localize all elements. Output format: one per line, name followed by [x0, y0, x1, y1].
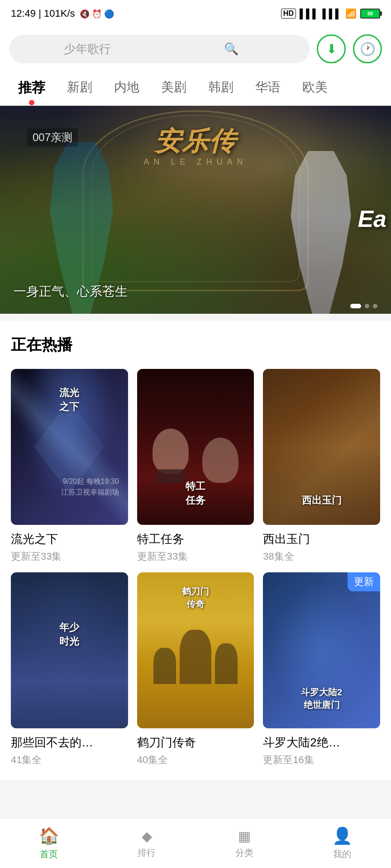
show-poster-hedaomen: 鹤刀门传奇	[137, 572, 254, 728]
banner-title-area: 安乐传 AN LE ZHUAN	[143, 124, 247, 167]
bottom-nav: 🏠 首页 ◆ 排行 ▦ 分类 👤 我的	[0, 818, 391, 868]
show-name-naxie: 那些回不去的…	[11, 735, 128, 750]
category-icon: ▦	[238, 828, 251, 844]
search-placeholder: 少年歌行	[18, 41, 157, 57]
nav-item-category[interactable]: ▦ 分类	[196, 823, 293, 864]
nav-label-category: 分类	[235, 847, 253, 859]
poster-text-liuguang: 流光之下	[11, 382, 128, 418]
nav-item-profile[interactable]: 👤 我的	[293, 821, 391, 866]
download-button[interactable]: ⬇	[317, 34, 346, 63]
tab-western[interactable]: 欧美	[291, 71, 339, 105]
banner-char-right	[278, 151, 364, 314]
poster-img-douluo: 更新 斗罗大陆2绝世唐门	[263, 572, 380, 728]
search-icon[interactable]: 🔍	[162, 42, 300, 56]
update-badge-douluo: 更新	[348, 572, 380, 591]
history-button[interactable]: 🕐	[353, 34, 382, 63]
home-icon: 🏠	[39, 826, 59, 845]
poster-text-hedaomen: 鹤刀门传奇	[137, 581, 254, 614]
poster-img-tegong: 特工任务	[137, 369, 254, 525]
download-icon: ⬇	[326, 42, 337, 57]
tab-chinese[interactable]: 华语	[244, 71, 291, 105]
dot-3	[373, 304, 377, 308]
poster-text-douluo: 斗罗大陆2绝世唐门	[263, 682, 380, 715]
banner-dots	[350, 304, 377, 308]
show-eps-naxie: 41集全	[11, 753, 128, 767]
banner-bottom-text: 一身正气、心系苍生	[14, 283, 128, 300]
dot-2	[365, 304, 369, 308]
show-card-hedaomen[interactable]: 鹤刀门传奇 鹤刀门传奇 40集全	[137, 572, 254, 767]
show-poster-tegong: 特工任务	[137, 369, 254, 525]
banner-tag: 007亲测	[27, 128, 78, 146]
show-eps-tegong: 更新至33集	[137, 550, 254, 563]
show-poster-xichuyumen: 西出玉门	[263, 369, 380, 525]
tab-new[interactable]: 新剧	[56, 71, 103, 105]
nav-item-rank[interactable]: ◆ 排行	[98, 823, 196, 864]
show-eps-hedaomen: 40集全	[137, 753, 254, 767]
profile-icon: 👤	[332, 826, 353, 845]
poster-text-naxie: 年少时光	[11, 617, 128, 652]
show-card-xichuyumen[interactable]: 西出玉门 西出玉门 38集全	[263, 369, 380, 563]
tab-korean[interactable]: 韩剧	[197, 71, 244, 105]
history-icon: 🕐	[360, 42, 376, 57]
hot-section-title: 正在热播	[11, 335, 380, 355]
status-time-network: 12:49 | 101K/s 🔇 ⏰ 🔵	[11, 8, 114, 19]
show-eps-douluo: 更新至16集	[263, 753, 380, 767]
search-bar-container: 少年歌行 🔍 ⬇ 🕐	[0, 27, 391, 71]
nav-label-home: 首页	[40, 848, 58, 860]
show-name-douluo: 斗罗大陆2绝…	[263, 735, 380, 750]
status-right: HD ▌▌▌ ▌▌▌ 📶 88	[281, 8, 380, 19]
tab-recommend[interactable]: 推荐	[7, 71, 56, 105]
show-card-tegong[interactable]: 特工任务 特工任务 更新至33集	[137, 369, 254, 563]
signal-icon: ▌▌▌	[300, 9, 319, 19]
show-poster-liuguang: 9/20起 每晚19:30江苏卫视幸福剧场 流光之下	[11, 369, 128, 525]
signal2-icon: ▌▌▌	[322, 9, 342, 19]
tab-us[interactable]: 美剧	[150, 71, 197, 105]
nav-tabs: 推荐 新剧 内地 美剧 韩剧 华语 欧美	[0, 71, 391, 106]
show-poster-douluo: 更新 斗罗大陆2绝世唐门	[263, 572, 380, 728]
show-card-liuguang[interactable]: 9/20起 每晚19:30江苏卫视幸福剧场 流光之下 流光之下 更新至33集	[11, 369, 128, 563]
wifi-icon: 📶	[345, 8, 357, 19]
show-name-hedaomen: 鹤刀门传奇	[137, 735, 254, 750]
banner-ea-text: Ea	[358, 205, 386, 232]
show-eps-liuguang: 更新至33集	[11, 550, 128, 563]
poster-img-naxie: 年少时光	[11, 572, 128, 728]
poster-img-hedaomen: 鹤刀门传奇	[137, 572, 254, 728]
show-card-naxie[interactable]: 年少时光 那些回不去的… 41集全	[11, 572, 128, 767]
poster-img-liuguang: 9/20起 每晚19:30江苏卫视幸福剧场 流光之下	[11, 369, 128, 525]
show-name-tegong: 特工任务	[137, 531, 254, 547]
show-eps-xichuyumen: 38集全	[263, 550, 380, 563]
rank-icon: ◆	[142, 828, 152, 844]
dot-1	[350, 304, 361, 308]
banner[interactable]: 007亲测 安乐传 AN LE ZHUAN Ea 一身正气、心系苍生	[0, 106, 391, 314]
nav-item-home[interactable]: 🏠 首页	[0, 821, 98, 866]
search-input-wrapper[interactable]: 少年歌行 🔍	[9, 35, 310, 63]
poster-img-xichuyumen: 西出玉门	[263, 369, 380, 525]
banner-title-chinese: 安乐传	[143, 124, 247, 159]
nav-label-rank: 排行	[138, 847, 156, 859]
show-poster-naxie: 年少时光	[11, 572, 128, 728]
battery-icon: 88	[360, 9, 380, 19]
poster-text-tegong: 特工任务	[137, 476, 254, 511]
poster-text-xichuyumen: 西出玉门	[263, 490, 380, 511]
show-card-douluo[interactable]: 更新 斗罗大陆2绝世唐门 斗罗大陆2绝… 更新至16集	[263, 572, 380, 767]
tab-mainland[interactable]: 内地	[103, 71, 150, 105]
hot-section: 正在热播 9/20起 每晚19:30江苏卫视幸福剧场 流光之下 流光之下 更新至…	[0, 321, 391, 780]
show-name-xichuyumen: 西出玉门	[263, 531, 380, 547]
banner-title-pinyin: AN LE ZHUAN	[143, 157, 247, 167]
show-grid: 9/20起 每晚19:30江苏卫视幸福剧场 流光之下 流光之下 更新至33集	[11, 369, 380, 767]
hd-icon: HD	[281, 9, 296, 19]
status-bar: 12:49 | 101K/s 🔇 ⏰ 🔵 HD ▌▌▌ ▌▌▌ 📶 88	[0, 0, 391, 27]
nav-label-profile: 我的	[333, 848, 351, 860]
show-name-liuguang: 流光之下	[11, 531, 128, 547]
